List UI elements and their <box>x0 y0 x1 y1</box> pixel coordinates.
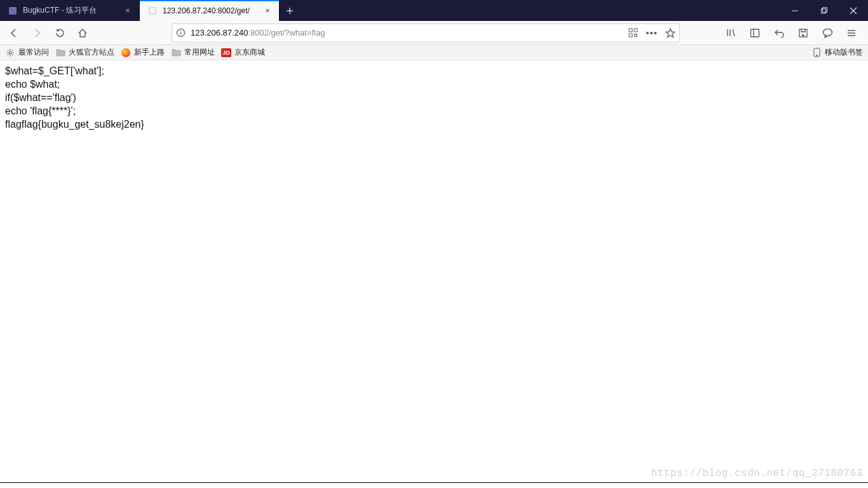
bookmark-label: 京东商城 <box>234 47 265 58</box>
page-content: $what=$_GET['what']; echo $what; if($wha… <box>0 60 868 135</box>
hamburger-menu-icon[interactable] <box>843 24 860 42</box>
svg-rect-16 <box>636 34 637 35</box>
bookmark-label: 常用网址 <box>184 47 215 58</box>
qr-icon[interactable] <box>628 28 638 37</box>
home-button[interactable] <box>72 23 93 43</box>
svg-rect-12 <box>629 29 632 32</box>
svg-rect-5 <box>822 9 826 13</box>
maximize-button[interactable] <box>810 0 839 21</box>
bookmark-item[interactable]: 新手上路 <box>121 47 165 58</box>
code-line: if($what=='flag') <box>5 91 863 104</box>
firefox-icon <box>121 48 131 58</box>
bookmark-label: 移动版书签 <box>825 47 863 58</box>
code-line: echo $what; <box>5 78 863 91</box>
code-line: flagflag{bugku_get_su8kej2en} <box>5 118 863 131</box>
forward-button[interactable] <box>27 23 47 43</box>
close-icon[interactable]: × <box>123 6 133 16</box>
bookmark-item[interactable]: 常用网址 <box>171 47 215 58</box>
mobile-icon <box>811 48 822 58</box>
sidebar-icon[interactable] <box>746 24 764 42</box>
site-info-icon[interactable] <box>176 28 186 37</box>
svg-point-26 <box>823 29 832 36</box>
bookmark-label: 最常访问 <box>18 47 49 58</box>
library-icon[interactable] <box>722 24 740 42</box>
bookmark-item[interactable]: 火狐官方站点 <box>55 47 114 58</box>
svg-rect-14 <box>629 34 632 37</box>
tab-title: BugkuCTF - 练习平台 <box>23 5 118 16</box>
code-line: $what=$_GET['what']; <box>5 64 863 78</box>
nav-toolbar: 123.206.87.240:8002/get/?what=flag ••• <box>0 21 868 45</box>
bookmark-label: 火狐官方站点 <box>69 47 114 58</box>
folder-icon <box>171 48 181 58</box>
tab-active[interactable]: 123.206.87.240:8002/get/ × <box>140 0 280 21</box>
svg-rect-13 <box>634 29 637 32</box>
window-controls <box>780 0 868 21</box>
svg-point-30 <box>9 51 11 54</box>
gear-icon <box>5 48 15 58</box>
bottom-rule <box>0 482 868 483</box>
url-text: 123.206.87.240:8002/get/?what=flag <box>191 28 623 37</box>
code-line: echo 'flag{****}'; <box>5 104 863 118</box>
undo-icon[interactable] <box>770 24 788 42</box>
svg-rect-17 <box>634 36 635 37</box>
titlebar: BugkuCTF - 练习平台 × 123.206.87.240:8002/ge… <box>0 0 868 21</box>
toolbar-right <box>722 24 864 42</box>
back-button[interactable] <box>4 23 24 43</box>
titlebar-drag-area[interactable] <box>300 0 780 21</box>
tab-title: 123.206.87.240:8002/get/ <box>163 6 257 15</box>
bookmark-star-icon[interactable] <box>665 28 675 38</box>
page-actions-icon[interactable]: ••• <box>646 27 658 38</box>
folder-icon <box>55 48 65 58</box>
watermark-text: https://blog.csdn.net/qq_27180763 <box>651 468 863 479</box>
most-visited-button[interactable]: 最常访问 <box>5 47 49 58</box>
site-favicon <box>8 6 18 16</box>
svg-rect-15 <box>634 34 635 35</box>
tab-strip: BugkuCTF - 练习平台 × 123.206.87.240:8002/ge… <box>0 0 300 21</box>
svg-rect-6 <box>823 8 827 12</box>
svg-rect-22 <box>751 29 759 37</box>
reload-button[interactable] <box>50 23 70 43</box>
jd-icon: JD <box>221 48 231 58</box>
svg-rect-0 <box>9 7 17 15</box>
minimize-button[interactable] <box>780 0 810 21</box>
svg-rect-18 <box>636 36 637 37</box>
bookmark-label: 新手上路 <box>134 47 165 58</box>
bookmarks-toolbar: 最常访问 火狐官方站点 新手上路 常用网址 JD 京东商城 移动版书签 <box>0 45 868 60</box>
url-bar[interactable]: 123.206.87.240:8002/get/?what=flag ••• <box>172 24 680 43</box>
mobile-bookmarks-button[interactable]: 移动版书签 <box>811 47 863 58</box>
svg-line-21 <box>733 29 735 36</box>
bookmark-item[interactable]: JD 京东商城 <box>221 47 265 58</box>
site-favicon <box>147 6 158 16</box>
tab-inactive[interactable]: BugkuCTF - 练习平台 × <box>0 0 140 21</box>
new-tab-button[interactable] <box>280 0 300 21</box>
svg-point-11 <box>180 30 181 31</box>
svg-rect-1 <box>149 8 156 14</box>
svg-point-32 <box>816 55 817 56</box>
close-window-button[interactable] <box>839 0 868 21</box>
chat-icon[interactable] <box>818 24 836 42</box>
save-page-icon[interactable] <box>794 24 812 42</box>
close-icon[interactable]: × <box>262 6 273 16</box>
